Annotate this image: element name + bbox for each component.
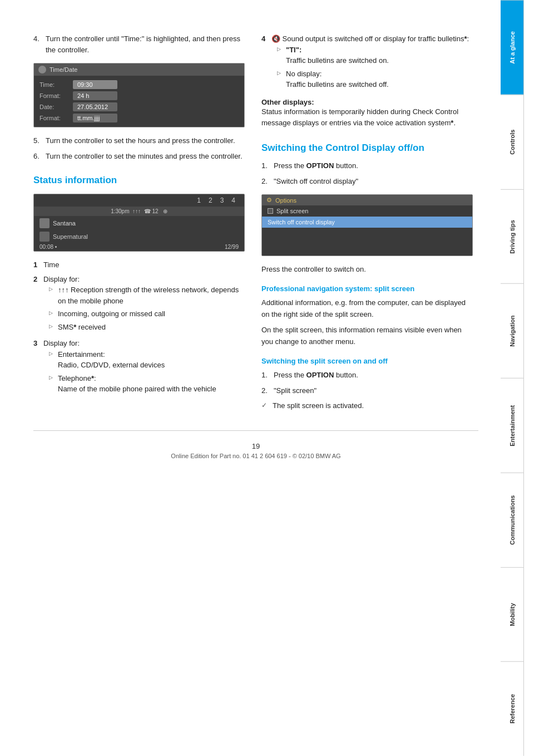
- options-screen-footer: [262, 228, 472, 256]
- sidebar-tab-reference[interactable]: Reference: [501, 661, 524, 756]
- options-split-screen: Split screen: [262, 205, 472, 217]
- album-title: Supernatural: [53, 233, 88, 240]
- options-title-bar: ⚙ Options: [262, 195, 472, 205]
- split-screen-checkmark: The split screen is activated.: [261, 400, 473, 411]
- item-4-content: 🔇 Sound output is switched off or displa…: [271, 33, 469, 92]
- left-column: 4. Turn the controller until "Time:" is …: [33, 33, 245, 414]
- sidebar-tab-driving-tips[interactable]: Driving tips: [501, 189, 524, 284]
- bullet-telephone: Telephone*:Name of the mobile phone pair…: [49, 373, 216, 395]
- bullet-ti: "TI":Traffic bulletins are switched on.: [277, 45, 469, 66]
- status-number-row: 1 2 3 4: [34, 194, 244, 207]
- control-display-title: Switching the Control Display off/on: [261, 143, 473, 154]
- legend-2-bullets: ↑↑↑ Reception strength of the wireless n…: [43, 284, 245, 332]
- sidebar-tab-communications[interactable]: Communications: [501, 473, 524, 567]
- status-num-3: 3: [220, 197, 224, 204]
- time-value: 09:30: [73, 80, 117, 89]
- sidebar-tab-navigation[interactable]: Navigation: [501, 283, 524, 378]
- bullet-no-display: No display:Traffic bulletins are switche…: [277, 68, 469, 90]
- sidebar-tab-at-a-glance[interactable]: At a glance: [501, 0, 524, 95]
- two-col-layout: 4. Turn the controller until "Time:" is …: [33, 33, 478, 414]
- options-screen: ⚙ Options Split screen Switch off contro…: [261, 194, 473, 256]
- split-screen-subtitle: Professional navigation system: split sc…: [261, 284, 473, 293]
- screen-row-time: Time: 09:30: [34, 79, 244, 90]
- legend-1-text: Time: [43, 259, 59, 271]
- split-step-1: 1. Press the OPTION button.: [261, 370, 473, 381]
- split-step-1-text: Press the OPTION button.: [274, 370, 473, 381]
- status-num-1: 1: [197, 197, 201, 204]
- legend-3-content: Display for: Entertainment:Radio, CD/DVD…: [43, 338, 216, 397]
- other-displays: Other displays: Status information is te…: [261, 98, 473, 130]
- sidebar-tab-entertainment[interactable]: Entertainment: [501, 378, 524, 473]
- sidebar: At a glance Controls Driving tips Naviga…: [501, 0, 524, 756]
- control-step-2-num: 2.: [261, 176, 274, 187]
- page-container: 4. Turn the controller until "Time:" is …: [0, 0, 534, 756]
- split-step-2-num: 2.: [261, 385, 274, 396]
- item-4: 4 🔇 Sound output is switched off or disp…: [261, 33, 473, 92]
- song-row: Santana: [34, 216, 244, 230]
- legend-1-num: 1: [33, 259, 43, 271]
- status-screen: 1 2 3 4 1:30pm ↑↑↑ ☎ 12 ⊕ Santana: [33, 194, 245, 252]
- footer-text: Online Edition for Part no. 01 41 2 604 …: [33, 453, 478, 459]
- main-content: 4. Turn the controller until "Time:" is …: [0, 0, 501, 756]
- step-4: 4. Turn the controller until "Time:" is …: [33, 33, 245, 55]
- clock-icon: [38, 66, 46, 73]
- legend-item-2: 2 Display for: ↑↑↑ Reception strength of…: [33, 274, 245, 335]
- screen-table: Time: 09:30 Format: 24 h Date: 27.05.201…: [34, 76, 244, 127]
- control-step-2: 2. "Switch off control display": [261, 176, 473, 187]
- step-4-text: Turn the controller until "Time:" is hig…: [46, 33, 245, 55]
- status-section-title: Status information: [33, 175, 245, 186]
- control-step-2-text: "Switch off control display": [274, 176, 473, 187]
- split-step-1-num: 1.: [261, 370, 274, 381]
- format2-value: tt.mm.jjjj: [73, 114, 117, 122]
- step-5-num: 5.: [33, 135, 46, 146]
- step-4-num: 4.: [33, 33, 46, 55]
- control-step-1: 1. Press the OPTION button.: [261, 160, 473, 171]
- sidebar-tab-controls[interactable]: Controls: [501, 95, 524, 189]
- bullet-reception: ↑↑↑ Reception strength of the wireless n…: [49, 284, 245, 306]
- legend-2-title: Display for:: [43, 274, 245, 285]
- item-4-text: 🔇 Sound output is switched off or displa…: [271, 33, 469, 45]
- control-step-1-text: Press the OPTION button.: [274, 160, 473, 171]
- sidebar-tab-mobility[interactable]: Mobility: [501, 567, 524, 662]
- time-date-screen: Time/Date Time: 09:30 Format: 24 h: [33, 63, 245, 127]
- track-number: 12/99: [225, 244, 239, 250]
- step-6-text: Turn the controller to set the minutes a…: [46, 151, 245, 162]
- legend-item-3: 3 Display for: Entertainment:Radio, CD/D…: [33, 338, 245, 397]
- speaker-icon: 🔇: [271, 35, 280, 43]
- legend-2-content: Display for: ↑↑↑ Reception strength of t…: [43, 274, 245, 335]
- step-6-num: 6.: [33, 151, 46, 162]
- item-4-num: 4: [261, 33, 271, 92]
- screen-title: Time/Date: [50, 66, 77, 73]
- split-screen-text2: On the split screen, this information re…: [261, 325, 473, 348]
- screen-row-date: Date: 27.05.2012: [34, 101, 244, 112]
- checkmark-text: The split screen is activated.: [273, 401, 364, 410]
- legend-3-title: Display for:: [43, 338, 216, 349]
- status-bottom: 00:08 • 12/99: [34, 243, 244, 251]
- legend-3-bullets: Entertainment:Radio, CD/DVD, external de…: [43, 349, 216, 395]
- date-value: 27.05.2012: [73, 102, 117, 111]
- legend-2-num: 2: [33, 274, 43, 335]
- page-footer: 19 Online Edition for Part no. 01 41 2 6…: [33, 430, 478, 465]
- other-displays-title: Other displays:: [261, 98, 473, 106]
- options-icon: ⚙: [266, 197, 272, 204]
- legend-item-1: 1 Time: [33, 259, 245, 271]
- split-step-2-text: "Split screen": [274, 385, 473, 396]
- status-num-2: 2: [209, 197, 212, 204]
- item-4-bullets: "TI":Traffic bulletins are switched on. …: [271, 45, 469, 90]
- page-number: 19: [33, 442, 478, 450]
- format2-label: Format:: [39, 115, 73, 121]
- options-switch-off: Switch off control display: [262, 217, 472, 228]
- other-displays-text: Status information is temporarily hidden…: [261, 106, 473, 130]
- legend-3-num: 3: [33, 338, 43, 397]
- song-icon: [39, 218, 50, 228]
- press-controller-text: Press the controller to switch on.: [261, 264, 473, 276]
- bullet-entertainment: Entertainment:Radio, CD/DVD, external de…: [49, 349, 216, 371]
- track-time: 00:08 •: [39, 244, 57, 250]
- split-step-2: 2. "Split screen": [261, 385, 473, 396]
- step-5: 5. Turn the controller to set the hours …: [33, 135, 245, 146]
- album-row: Supernatural: [34, 230, 244, 243]
- split-screen-checkbox: [268, 208, 273, 214]
- date-label: Date:: [39, 104, 73, 110]
- options-title-text: Options: [275, 197, 296, 204]
- split-screen-label: Split screen: [276, 208, 308, 214]
